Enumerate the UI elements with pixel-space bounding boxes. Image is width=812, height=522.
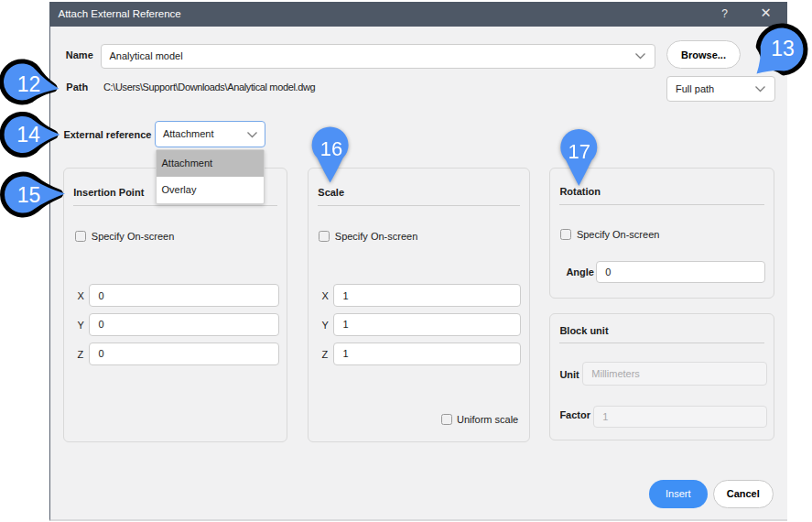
svg-text:16: 16 [320, 137, 342, 160]
svg-text:13: 13 [771, 37, 795, 60]
svg-text:12: 12 [17, 72, 41, 96]
svg-text:14: 14 [16, 123, 40, 147]
svg-text:17: 17 [568, 140, 590, 163]
svg-text:15: 15 [17, 183, 41, 207]
